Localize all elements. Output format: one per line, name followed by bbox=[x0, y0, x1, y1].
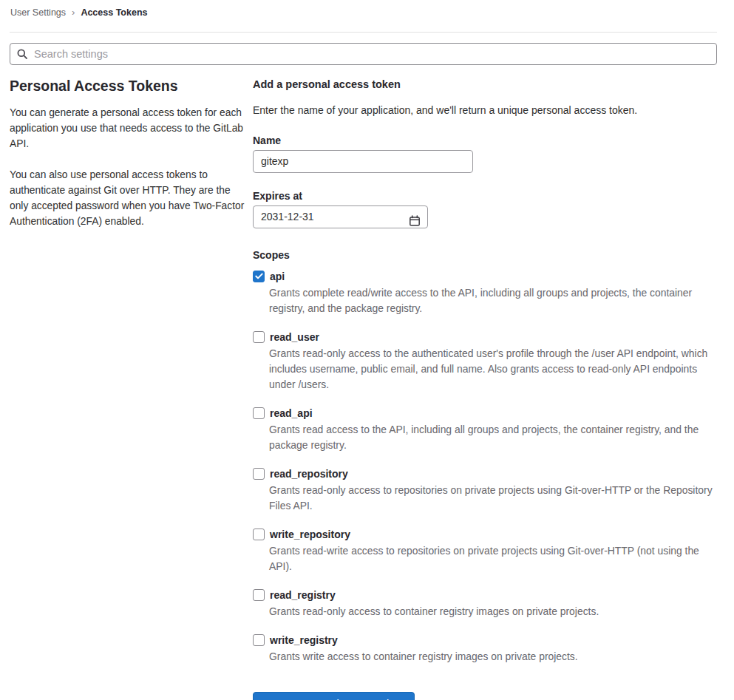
scope-row: read_api Grants read access to the API, … bbox=[253, 407, 717, 453]
scope-label[interactable]: read_user bbox=[270, 331, 319, 343]
section-paragraph-2: You can also use personal access tokens … bbox=[10, 167, 245, 229]
scope-row: write_repository Grants read-write acces… bbox=[253, 529, 717, 574]
page-title: Personal Access Tokens bbox=[10, 77, 245, 95]
expires-field-container bbox=[253, 205, 428, 228]
section-paragraph-1: You can generate a personal access token… bbox=[10, 105, 245, 152]
search-container bbox=[10, 43, 717, 65]
scope-checkbox[interactable] bbox=[253, 468, 265, 480]
scope-row: api Grants complete read/write access to… bbox=[253, 271, 717, 316]
scope-head: write_repository bbox=[253, 529, 717, 540]
scope-row: read_registry Grants read-only access to… bbox=[253, 589, 717, 619]
header-divider bbox=[10, 32, 717, 33]
scope-description: Grants read access to the API, including… bbox=[269, 422, 717, 453]
scope-checkbox[interactable] bbox=[253, 331, 265, 343]
scope-label[interactable]: read_api bbox=[270, 407, 313, 419]
scope-label[interactable]: read_repository bbox=[270, 468, 348, 480]
scope-row: read_repository Grants read-only access … bbox=[253, 468, 717, 514]
scope-checkbox[interactable] bbox=[253, 529, 265, 540]
breadcrumb-separator-icon: › bbox=[72, 7, 75, 18]
form-title: Add a personal access token bbox=[253, 78, 717, 92]
scope-head: read_api bbox=[253, 407, 717, 419]
scope-row: read_user Grants read-only access to the… bbox=[253, 331, 717, 393]
name-field-label: Name bbox=[253, 135, 717, 146]
scope-checkbox[interactable] bbox=[253, 589, 265, 601]
scope-description: Grants write access to container registr… bbox=[269, 649, 717, 665]
scope-description: Grants read-only access to repositories … bbox=[269, 483, 717, 514]
search-input[interactable] bbox=[10, 43, 717, 65]
scope-head: read_registry bbox=[253, 589, 717, 601]
form-description: Enter the name of your application, and … bbox=[253, 103, 717, 118]
scopes-label: Scopes bbox=[253, 249, 717, 261]
scope-description: Grants read-only access to container reg… bbox=[269, 604, 717, 619]
scopes-list: api Grants complete read/write access to… bbox=[253, 271, 717, 665]
calendar-icon[interactable] bbox=[409, 215, 421, 227]
section-description-column: Personal Access Tokens You can generate … bbox=[10, 77, 245, 700]
token-name-input[interactable] bbox=[253, 150, 473, 173]
scope-head: read_user bbox=[253, 331, 717, 343]
breadcrumb-access-tokens: Access Tokens bbox=[81, 7, 147, 18]
scope-row: write_registry Grants write access to co… bbox=[253, 634, 717, 665]
scope-head: api bbox=[253, 271, 717, 282]
breadcrumb-user-settings[interactable]: User Settings bbox=[10, 7, 66, 18]
breadcrumb: User Settings › Access Tokens bbox=[10, 6, 717, 18]
scope-head: read_repository bbox=[253, 468, 717, 480]
scope-head: write_registry bbox=[253, 634, 717, 646]
expires-field-label: Expires at bbox=[253, 190, 717, 202]
content-columns: Personal Access Tokens You can generate … bbox=[10, 77, 717, 700]
settings-page: User Settings › Access Tokens Personal A… bbox=[0, 0, 734, 700]
expires-at-input[interactable] bbox=[253, 205, 428, 228]
create-token-button[interactable]: Create personal access token bbox=[253, 692, 415, 700]
scope-label[interactable]: read_registry bbox=[270, 589, 336, 601]
scope-label[interactable]: api bbox=[270, 271, 285, 282]
scope-label[interactable]: write_repository bbox=[270, 529, 350, 540]
token-form-column: Add a personal access token Enter the na… bbox=[253, 77, 717, 700]
scope-description: Grants read-write access to repositories… bbox=[269, 543, 717, 574]
scope-description: Grants read-only access to the authentic… bbox=[269, 346, 717, 393]
scope-checkbox[interactable] bbox=[253, 271, 265, 282]
scope-checkbox[interactable] bbox=[253, 407, 265, 419]
scope-description: Grants complete read/write access to the… bbox=[269, 285, 717, 316]
scope-checkbox[interactable] bbox=[253, 634, 265, 646]
scope-label[interactable]: write_registry bbox=[270, 634, 338, 646]
checkmark-icon bbox=[255, 272, 263, 280]
